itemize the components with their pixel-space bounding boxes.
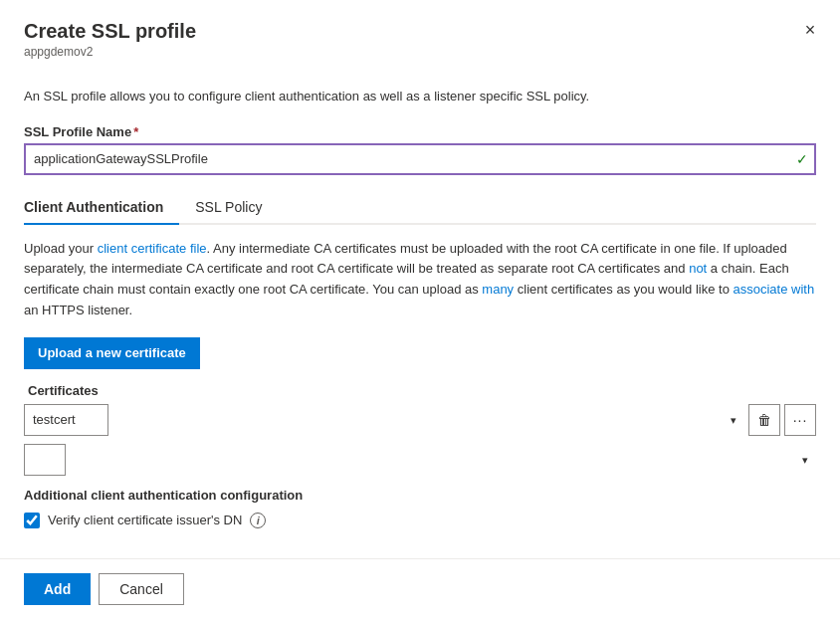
cert-dropdown-1-wrapper: testcert ▾ [24, 404, 744, 436]
close-button[interactable]: × [796, 16, 824, 44]
verify-dn-checkbox[interactable] [24, 513, 40, 528]
certificates-label: Certificates [24, 383, 816, 398]
client-cert-link: client certificate file [98, 241, 207, 256]
tab-bar: Client Authentication SSL Policy [24, 191, 816, 225]
tab-ssl-policy[interactable]: SSL Policy [179, 191, 278, 223]
tab-client-authentication[interactable]: Client Authentication [24, 191, 179, 223]
dialog-footer: Add Cancel [0, 558, 840, 619]
not-chain-link: not [689, 261, 707, 276]
certificate-row-1: testcert ▾ 🗑 ··· [24, 404, 816, 436]
verify-dn-info-icon[interactable]: i [250, 513, 266, 528]
profile-name-input[interactable] [24, 143, 816, 175]
valid-check-icon: ✓ [796, 151, 808, 167]
client-auth-description: Upload your client certificate file. Any… [24, 239, 816, 321]
dialog-subtitle: appgdemov2 [24, 45, 196, 59]
cancel-button[interactable]: Cancel [99, 573, 184, 605]
cert-dropdown-2-arrow: ▾ [802, 453, 808, 466]
profile-name-label: SSL Profile Name* [24, 124, 816, 139]
dialog-header: Create SSL profile appgdemov2 × [0, 0, 840, 73]
delete-cert-button[interactable]: 🗑 [748, 404, 780, 436]
add-button[interactable]: Add [24, 573, 91, 605]
verify-dn-row: Verify client certificate issuer's DN i [24, 513, 816, 528]
certificate-row-2: ▾ [24, 444, 816, 476]
associate-link: associate with [734, 282, 815, 297]
cert-dropdown-1-arrow: ▾ [731, 413, 736, 426]
cert-dropdown-1[interactable]: testcert [24, 404, 108, 436]
cert-dropdown-2-wrapper: ▾ [24, 444, 816, 476]
dialog-body: An SSL profile allows you to configure c… [0, 73, 840, 558]
additional-config-section: Additional client authentication configu… [24, 488, 816, 528]
verify-dn-label: Verify client certificate issuer's DN [48, 513, 242, 527]
many-link: many [482, 282, 514, 297]
info-text: An SSL profile allows you to configure c… [24, 87, 816, 106]
delete-icon: 🗑 [757, 412, 771, 428]
more-options-button[interactable]: ··· [784, 404, 816, 436]
dialog-title: Create SSL profile [24, 20, 196, 43]
client-auth-link: client authentication [245, 89, 359, 103]
profile-name-field: SSL Profile Name* ✓ [24, 124, 816, 175]
additional-config-title: Additional client authentication configu… [24, 488, 816, 503]
create-ssl-profile-dialog: Create SSL profile appgdemov2 × An SSL p… [0, 0, 840, 619]
cert-dropdown-2[interactable] [24, 444, 66, 476]
more-icon: ··· [793, 412, 808, 428]
profile-name-input-wrapper: ✓ [24, 143, 816, 175]
upload-certificate-button[interactable]: Upload a new certificate [24, 337, 200, 369]
